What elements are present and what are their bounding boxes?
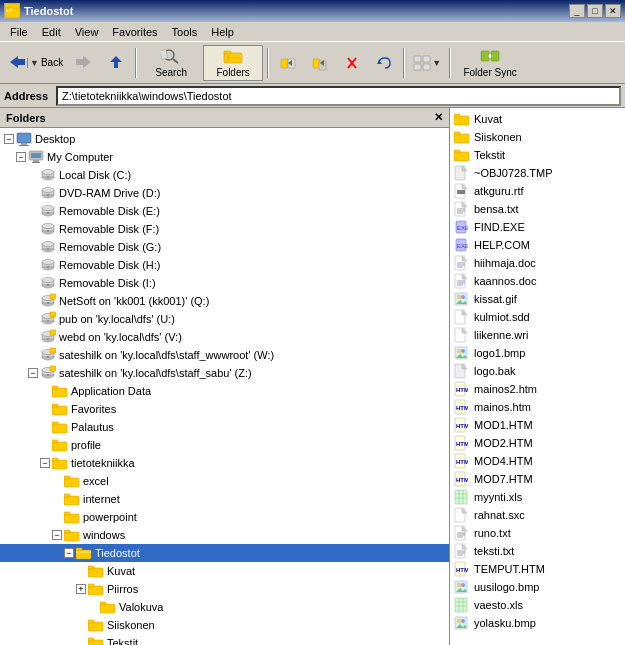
file-item[interactable]: yolasku.bmp <box>450 614 625 632</box>
tree-item-remi[interactable]: Removable Disk (I:) <box>0 274 449 292</box>
tree-item-reme[interactable]: Removable Disk (E:) <box>0 202 449 220</box>
file-item[interactable]: kulmiot.sdd <box>450 308 625 326</box>
tree-item-remf[interactable]: Removable Disk (F:) <box>0 220 449 238</box>
tree-item-favorites[interactable]: Favorites <box>0 400 449 418</box>
maximize-button[interactable]: □ <box>587 4 603 18</box>
tree-item-pubu[interactable]: pub on 'ky.local\dfs' (U:) <box>0 310 449 328</box>
up-button[interactable] <box>101 45 131 81</box>
tree-item-windows[interactable]: −windows <box>0 526 449 544</box>
icon-mycomputer <box>28 149 44 165</box>
expander-piirros[interactable]: + <box>76 584 86 594</box>
file-item[interactable]: rahnat.sxc <box>450 506 625 524</box>
icon-remh <box>40 257 56 273</box>
tree-item-tekstit[interactable]: Tekstit <box>0 634 449 645</box>
file-item[interactable]: ~OBJ0728.TMP <box>450 164 625 182</box>
tree-item-tietotekniikka[interactable]: −tietotekniikka <box>0 454 449 472</box>
file-item[interactable]: HTML mainos2.htm <box>450 380 625 398</box>
undo-button[interactable] <box>369 45 399 81</box>
back-button[interactable]: ▼ Back <box>4 45 67 81</box>
file-item[interactable]: atkguru.rtf <box>450 182 625 200</box>
tree-item-excel[interactable]: excel <box>0 472 449 490</box>
expander-tietotekniikka[interactable]: − <box>40 458 50 468</box>
search-button[interactable]: Search <box>141 45 201 81</box>
file-item[interactable]: HTML MOD4.HTM <box>450 452 625 470</box>
menu-view[interactable]: View <box>69 24 105 40</box>
forward-button[interactable] <box>69 45 99 81</box>
close-button[interactable]: ✕ <box>605 4 621 18</box>
file-item[interactable]: vaesto.xls <box>450 596 625 614</box>
file-item[interactable]: HTML TEMPUT.HTM <box>450 560 625 578</box>
folder-sync-button[interactable]: Folder Sync <box>455 45 525 81</box>
expander-tiedostot[interactable]: − <box>64 548 74 558</box>
expander-satez[interactable]: − <box>28 368 38 378</box>
file-item[interactable]: HTML MOD1.HTM <box>450 416 625 434</box>
menu-file[interactable]: File <box>4 24 34 40</box>
menu-favorites[interactable]: Favorites <box>106 24 163 40</box>
tree-item-satew[interactable]: sateshilk on 'ky.local\dfs\staff_wwwroot… <box>0 346 449 364</box>
expander-mycomputer[interactable]: − <box>16 152 26 162</box>
file-icon <box>454 183 470 199</box>
file-item[interactable]: bensa.txt <box>450 200 625 218</box>
tree-item-palautus[interactable]: Palautus <box>0 418 449 436</box>
svg-point-75 <box>47 320 49 322</box>
tree-item-mycomputer[interactable]: −My Computer <box>0 148 449 166</box>
folders-close-button[interactable]: ✕ <box>434 111 443 124</box>
file-item[interactable]: myynti.xls <box>450 488 625 506</box>
tree-item-localc[interactable]: Local Disk (C:) <box>0 166 449 184</box>
menu-tools[interactable]: Tools <box>166 24 204 40</box>
file-item[interactable]: hiihmaja.doc <box>450 254 625 272</box>
file-item[interactable]: Siiskonen <box>450 128 625 146</box>
menu-help[interactable]: Help <box>205 24 240 40</box>
tree-item-remg[interactable]: Removable Disk (G:) <box>0 238 449 256</box>
tree-item-siiskonen[interactable]: Siiskonen <box>0 616 449 634</box>
views-button[interactable]: ▼ <box>409 45 445 81</box>
tree-item-internet[interactable]: internet <box>0 490 449 508</box>
file-item[interactable]: Kuvat <box>450 110 625 128</box>
tree-item-piirros[interactable]: +Piirros <box>0 580 449 598</box>
expander-windows[interactable]: − <box>52 530 62 540</box>
file-item[interactable]: uusilogo.bmp <box>450 578 625 596</box>
menu-edit[interactable]: Edit <box>36 24 67 40</box>
file-item[interactable]: HTML MOD2.HTM <box>450 434 625 452</box>
tree-item-dvdd[interactable]: DVD-RAM Drive (D:) <box>0 184 449 202</box>
expander-desktop[interactable]: − <box>4 134 14 144</box>
folders-button[interactable]: Folders <box>203 45 263 81</box>
file-item[interactable]: teksti.txt <box>450 542 625 560</box>
file-item[interactable]: EXE FIND.EXE <box>450 218 625 236</box>
move-button[interactable] <box>273 45 303 81</box>
files-panel[interactable]: Kuvat Siiskonen Tekstit ~OBJ0728.TMP atk… <box>450 108 625 645</box>
file-item[interactable]: HTML MOD7.HTM <box>450 470 625 488</box>
tree-item-netq[interactable]: NetSoft on 'kk001 (kk001)' (Q:) <box>0 292 449 310</box>
tree-container[interactable]: −Desktop−My ComputerLocal Disk (C:)DVD-R… <box>0 128 449 645</box>
tree-item-webv[interactable]: webd on 'ky.local\dfs' (V:) <box>0 328 449 346</box>
tree-item-kuvat[interactable]: Kuvat <box>0 562 449 580</box>
tree-item-tiedostot[interactable]: −Tiedostot <box>0 544 449 562</box>
delete-button[interactable] <box>337 45 367 81</box>
folders-label: Folders <box>216 67 249 78</box>
window-controls[interactable]: _ □ ✕ <box>569 4 621 18</box>
file-item[interactable]: liikenne.wri <box>450 326 625 344</box>
file-item[interactable]: Tekstit <box>450 146 625 164</box>
tree-item-appdata[interactable]: Application Data <box>0 382 449 400</box>
minimize-button[interactable]: _ <box>569 4 585 18</box>
file-name: Siiskonen <box>474 131 522 143</box>
label-palautus: Palautus <box>71 421 114 433</box>
svg-rect-97 <box>52 422 58 425</box>
icon-kuvat <box>88 563 104 579</box>
tree-item-desktop[interactable]: −Desktop <box>0 130 449 148</box>
file-name: mainos2.htm <box>474 383 537 395</box>
copy-button[interactable] <box>305 45 335 81</box>
tree-item-remh[interactable]: Removable Disk (H:) <box>0 256 449 274</box>
file-item[interactable]: HTML mainos.htm <box>450 398 625 416</box>
file-item[interactable]: logo1.bmp <box>450 344 625 362</box>
file-item[interactable]: runo.txt <box>450 524 625 542</box>
file-item[interactable]: logo.bak <box>450 362 625 380</box>
file-item[interactable]: kissat.gif <box>450 290 625 308</box>
tree-item-profile[interactable]: profile <box>0 436 449 454</box>
file-item[interactable]: kaannos.doc <box>450 272 625 290</box>
tree-item-valokuva[interactable]: Valokuva <box>0 598 449 616</box>
tree-item-satez[interactable]: −sateshilk on 'ky.local\dfs\staff_sabu' … <box>0 364 449 382</box>
address-input[interactable] <box>56 86 621 106</box>
file-item[interactable]: EXE HELP.COM <box>450 236 625 254</box>
tree-item-powerpoint[interactable]: powerpoint <box>0 508 449 526</box>
